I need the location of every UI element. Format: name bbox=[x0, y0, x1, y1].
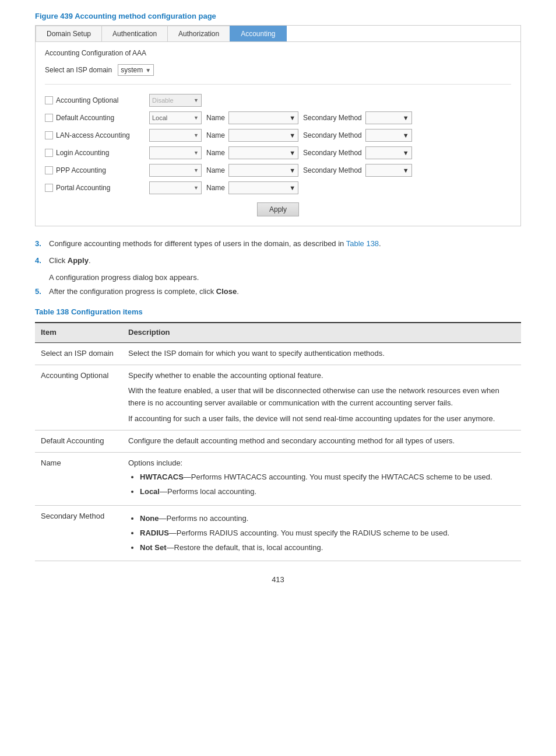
checkbox-default-accounting[interactable] bbox=[45, 114, 53, 122]
isp-select-value: system bbox=[121, 66, 145, 74]
name-label-login: Name bbox=[206, 149, 225, 157]
doc-section: 3. Configure accounting methods for diff… bbox=[35, 238, 521, 561]
table-138-link[interactable]: Table 138 bbox=[346, 239, 379, 248]
desc-default-accounting: Configure the default accounting method … bbox=[122, 430, 521, 452]
name-label-portal: Name bbox=[206, 184, 225, 192]
desc-name: Options include: HWTACACS—Performs HWTAC… bbox=[122, 452, 521, 505]
chevron-login: ▼ bbox=[193, 150, 199, 156]
select-ppp-accounting[interactable]: ▼ bbox=[149, 164, 202, 177]
list-item: None—Performs no accounting. bbox=[140, 513, 515, 525]
chevron-lan-access: ▼ bbox=[193, 132, 199, 138]
row-lan-access-accounting: LAN-access Accounting ▼ Name ▼ Secondary… bbox=[45, 128, 511, 143]
apply-button[interactable]: Apply bbox=[257, 202, 299, 216]
chevron-ppp: ▼ bbox=[193, 167, 199, 173]
name-select-lan[interactable]: ▼ bbox=[228, 129, 298, 142]
step-5-num: 5. bbox=[35, 286, 49, 298]
tab-domain-setup[interactable]: Domain Setup bbox=[36, 26, 102, 41]
select-value-default-accounting: Local bbox=[152, 114, 167, 121]
isp-select-chevron: ▼ bbox=[145, 67, 151, 74]
table-row: Select an ISP domain Select the ISP doma… bbox=[35, 342, 521, 365]
secondary-select-ppp[interactable]: ▼ bbox=[365, 164, 412, 177]
tab-accounting[interactable]: Accounting bbox=[230, 26, 286, 41]
chevron-name-portal: ▼ bbox=[289, 184, 295, 191]
checkbox-login-accounting[interactable] bbox=[45, 149, 53, 157]
item-isp-domain: Select an ISP domain bbox=[35, 342, 122, 365]
row-portal-accounting: Portal Accounting ▼ Name ▼ bbox=[45, 180, 511, 195]
select-default-accounting[interactable]: Local ▼ bbox=[149, 111, 202, 124]
select-portal-accounting[interactable]: ▼ bbox=[149, 181, 202, 194]
step-4-num: 4. bbox=[35, 255, 49, 267]
step-5: 5. After the configuration progress is c… bbox=[35, 286, 521, 298]
close-bold: Close bbox=[216, 287, 237, 296]
col-description: Description bbox=[122, 323, 521, 342]
step-4: 4. Click Apply. bbox=[35, 255, 521, 267]
chevron-default-accounting: ▼ bbox=[193, 115, 199, 121]
desc-isp-domain: Select the ISP domain for which you want… bbox=[122, 342, 521, 365]
step-3-num: 3. bbox=[35, 238, 49, 250]
secondary-label-lan: Secondary Method bbox=[303, 131, 362, 139]
panel-title: Accounting Configuration of AAA bbox=[45, 49, 511, 57]
accounting-rows: Accounting Optional Disable ▼ Default Ac… bbox=[45, 93, 511, 195]
row-ppp-accounting: PPP Accounting ▼ Name ▼ Secondary Method… bbox=[45, 163, 511, 178]
table-row: Accounting Optional Specify whether to e… bbox=[35, 365, 521, 430]
table-row: Secondary Method None—Performs no accoun… bbox=[35, 505, 521, 561]
chevron-name-ppp: ▼ bbox=[289, 167, 295, 174]
select-value-accounting-optional: Disable bbox=[152, 97, 174, 104]
secondary-label-ppp: Secondary Method bbox=[303, 166, 362, 174]
apply-bold: Apply bbox=[68, 256, 89, 265]
checkbox-ppp-accounting[interactable] bbox=[45, 166, 53, 174]
checkbox-accounting-optional[interactable] bbox=[45, 96, 53, 104]
name-select-login[interactable]: ▼ bbox=[228, 146, 298, 159]
label-ppp-accounting: PPP Accounting bbox=[56, 166, 149, 174]
secondary-select-default[interactable]: ▼ bbox=[365, 111, 412, 124]
item-secondary-method: Secondary Method bbox=[35, 505, 122, 561]
secondary-label-default: Secondary Method bbox=[303, 114, 362, 122]
select-accounting-optional[interactable]: Disable ▼ bbox=[149, 94, 202, 107]
isp-domain-row: Select an ISP domain system ▼ bbox=[45, 64, 511, 85]
chevron-accounting-optional: ▼ bbox=[193, 97, 199, 103]
row-default-accounting: Default Accounting Local ▼ Name ▼ Second… bbox=[45, 110, 511, 125]
checkbox-lan-access-accounting[interactable] bbox=[45, 131, 53, 139]
list-item: RADIUS—Performs RADIUS accounting. You m… bbox=[140, 527, 515, 540]
name-select-default[interactable]: ▼ bbox=[228, 111, 298, 124]
select-lan-access-accounting[interactable]: ▼ bbox=[149, 129, 202, 142]
name-label-lan: Name bbox=[206, 131, 225, 139]
config-table: Item Description Select an ISP domain Se… bbox=[35, 322, 521, 561]
name-label-ppp: Name bbox=[206, 166, 225, 174]
chevron-secondary-login: ▼ bbox=[403, 149, 409, 156]
step-3-text: Configure accounting methods for differe… bbox=[49, 238, 381, 250]
tab-authorization[interactable]: Authorization bbox=[167, 26, 230, 41]
secondary-select-login[interactable]: ▼ bbox=[365, 146, 412, 159]
row-login-accounting: Login Accounting ▼ Name ▼ Secondary Meth… bbox=[45, 145, 511, 160]
table-138-title: Table 138 Configuration items bbox=[35, 306, 521, 318]
secondary-select-lan[interactable]: ▼ bbox=[365, 129, 412, 142]
table-row: Name Options include: HWTACACS—Performs … bbox=[35, 452, 521, 505]
list-item: Not Set—Restore the default, that is, lo… bbox=[140, 542, 515, 554]
chevron-name-lan: ▼ bbox=[289, 132, 295, 139]
item-name: Name bbox=[35, 452, 122, 505]
desc-secondary-method: None—Performs no accounting. RADIUS—Perf… bbox=[122, 505, 521, 561]
name-select-portal[interactable]: ▼ bbox=[228, 181, 298, 194]
name-select-ppp[interactable]: ▼ bbox=[228, 164, 298, 177]
tabs-bar: Domain Setup Authentication Authorizatio… bbox=[36, 26, 520, 42]
checkbox-portal-accounting[interactable] bbox=[45, 184, 53, 192]
label-accounting-optional: Accounting Optional bbox=[56, 96, 149, 104]
list-item: Local—Performs local accounting. bbox=[140, 486, 515, 498]
label-lan-access-accounting: LAN-access Accounting bbox=[56, 131, 149, 139]
select-login-accounting[interactable]: ▼ bbox=[149, 146, 202, 159]
secondary-label-login: Secondary Method bbox=[303, 149, 362, 157]
col-item: Item bbox=[35, 323, 122, 342]
config-panel: Domain Setup Authentication Authorizatio… bbox=[35, 25, 521, 226]
chevron-name-login: ▼ bbox=[289, 149, 295, 156]
list-item: HWTACACS—Performs HWTACACS accounting. Y… bbox=[140, 471, 515, 484]
panel-body: Accounting Configuration of AAA Select a… bbox=[36, 42, 520, 226]
isp-domain-select[interactable]: system ▼ bbox=[118, 64, 154, 76]
step-3: 3. Configure accounting methods for diff… bbox=[35, 238, 521, 250]
step-4-subtext: A configuration progress dialog box appe… bbox=[49, 272, 521, 284]
label-portal-accounting: Portal Accounting bbox=[56, 184, 149, 192]
tab-authentication[interactable]: Authentication bbox=[101, 26, 168, 41]
table-row: Default Accounting Configure the default… bbox=[35, 430, 521, 452]
row-accounting-optional: Accounting Optional Disable ▼ bbox=[45, 93, 511, 108]
step-5-text: After the configuration progress is comp… bbox=[49, 286, 239, 298]
chevron-name-default: ▼ bbox=[289, 114, 295, 121]
